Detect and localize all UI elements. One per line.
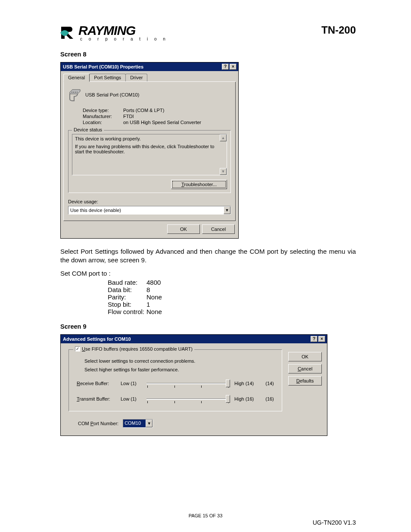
logo-subtitle: c o r p o r a t i o n <box>80 37 168 41</box>
screen8-label: Screen 8 <box>60 51 356 58</box>
receive-buffer-row: Receive Buffer: Low (1) High (14) (14) <box>77 379 276 388</box>
transmit-buffer-row: Transmit Buffer: Low (1) High (16) (16) <box>77 395 276 403</box>
set-com-heading: Set COM port to : <box>60 269 356 278</box>
comport-value: COM10 <box>123 420 146 427</box>
svg-point-1 <box>73 92 74 93</box>
dialog2-title: Advanced Settings for COM10 <box>63 336 131 342</box>
device-status-legend: Device status <box>72 127 104 132</box>
document-version: UG-TN200 V1.3 <box>313 519 356 526</box>
help-button-2[interactable]: ? <box>311 336 318 342</box>
dialog-title: USB Serial Port (COM10) Properties <box>63 64 143 69</box>
location-value: on USB High Speed Serial Converter <box>123 120 201 125</box>
receive-buffer-label: Receive Buffer: <box>77 381 116 386</box>
tab-driver[interactable]: Driver <box>125 74 147 81</box>
chevron-down-icon[interactable]: ▼ <box>224 206 230 214</box>
receive-slider[interactable] <box>146 379 230 388</box>
flow-value: None <box>146 308 162 315</box>
manufacturer-label: Manufacturer: <box>83 114 123 119</box>
device-usage-label: Device usage: <box>68 199 231 204</box>
svg-point-3 <box>77 92 78 93</box>
ok-button-2[interactable]: OK <box>288 352 322 361</box>
device-type-label: Device type: <box>83 108 123 113</box>
close-button-2[interactable]: × <box>318 336 325 342</box>
comport-dropdown[interactable]: COM10 ▼ <box>123 419 153 428</box>
device-status-group: Device status This device is working pro… <box>68 130 231 193</box>
device-usage-dropdown[interactable]: Use this device (enable) ▼ <box>68 206 231 215</box>
parity-value: None <box>146 293 162 301</box>
stopbit-label: Stop bit: <box>108 301 146 308</box>
fifo-checkbox[interactable]: ✓ <box>75 346 80 352</box>
device-properties-dialog: USB Serial Port (COM10) Properties ? × G… <box>60 62 239 239</box>
cancel-button[interactable]: Cancel <box>202 224 235 234</box>
fifo-label: Use FIFO buffers (requires 16550 compati… <box>82 346 193 352</box>
com-settings-list: Baud rate:4800 Data bit:8 Parity:None St… <box>108 279 356 315</box>
tab-port-settings[interactable]: Port Settings <box>89 74 126 81</box>
receive-high-label: High (14) <box>234 381 259 386</box>
transmit-slider[interactable] <box>146 395 230 403</box>
defaults-button[interactable]: Defaults <box>288 376 322 386</box>
document-model: TN-200 <box>321 24 356 36</box>
manufacturer-value: FTDI <box>123 114 134 119</box>
logo: RAYMING c o r p o r a t i o n <box>60 24 168 41</box>
transmit-high-label: High (16) <box>234 396 259 401</box>
slider-thumb-icon[interactable] <box>226 380 230 387</box>
slider-thumb-icon[interactable] <box>226 395 230 403</box>
scrollbar[interactable]: ▲ ▼ <box>220 134 227 175</box>
titlebar-2: Advanced Settings for COM10 ? × <box>61 335 327 343</box>
page-header: RAYMING c o r p o r a t i o n TN-200 <box>60 24 356 41</box>
logo-mark-icon <box>60 24 78 40</box>
chevron-down-icon[interactable]: ▼ <box>146 420 153 427</box>
instruction-paragraph-1: Select Port Settings followed by Advance… <box>60 247 356 265</box>
scroll-down-icon[interactable]: ▼ <box>220 168 227 175</box>
receive-value: (14) <box>264 381 276 386</box>
tab-panel-general: USB Serial Port (COM10) Device type:Port… <box>63 82 236 221</box>
fifo-hint-1: Select lower settings to correct connect… <box>84 358 276 364</box>
device-type-value: Ports (COM & LPT) <box>123 108 164 113</box>
cancel-button-2[interactable]: Cancel <box>288 364 322 373</box>
transmit-buffer-label: Transmit Buffer: <box>77 396 116 401</box>
close-button[interactable]: × <box>230 64 237 70</box>
device-usage-value: Use this device (enable) <box>70 208 121 213</box>
comport-label: COM Port Number: <box>78 421 118 426</box>
svg-point-0 <box>72 92 72 93</box>
page-number: PAGE 15 OF 33 <box>0 513 411 518</box>
svg-point-2 <box>75 92 76 93</box>
screen9-label: Screen 9 <box>60 323 356 330</box>
logo-brand: RAYMING <box>78 24 168 37</box>
location-label: Location: <box>83 120 123 125</box>
titlebar: USB Serial Port (COM10) Properties ? × <box>61 62 238 71</box>
scroll-up-icon[interactable]: ▲ <box>220 134 227 141</box>
transmit-low-label: Low (1) <box>121 396 141 401</box>
fifo-hint-2: Select higher settings for faster perfor… <box>84 367 276 372</box>
ok-button[interactable]: OK <box>167 224 200 234</box>
status-line-1: This device is working properly. <box>75 136 224 141</box>
flow-label: Flow control: <box>108 308 146 315</box>
fifo-group: ✓ Use FIFO buffers (requires 16550 compa… <box>68 349 282 411</box>
help-button[interactable]: ? <box>222 64 229 70</box>
advanced-settings-dialog: Advanced Settings for COM10 ? × ✓ Use FI… <box>60 334 327 436</box>
stopbit-value: 1 <box>146 301 150 308</box>
baud-label: Baud rate: <box>108 279 146 286</box>
tabstrip: General Port Settings Driver <box>63 74 236 82</box>
device-name: USB Serial Port (COM10) <box>85 92 139 97</box>
baud-value: 4800 <box>146 279 161 286</box>
status-line-2: If you are having problems with this dev… <box>75 144 224 154</box>
serial-port-icon <box>68 88 82 102</box>
transmit-value: (16) <box>264 396 276 401</box>
device-status-textbox: This device is working properly. If you … <box>72 134 227 175</box>
databit-value: 8 <box>146 286 150 293</box>
troubleshooter-button[interactable]: TTroubleshooter...roubleshooter... <box>171 180 227 189</box>
databit-label: Data bit: <box>108 286 146 293</box>
receive-low-label: Low (1) <box>121 381 141 386</box>
tab-general[interactable]: General <box>63 74 90 82</box>
parity-label: Parity: <box>108 293 146 301</box>
